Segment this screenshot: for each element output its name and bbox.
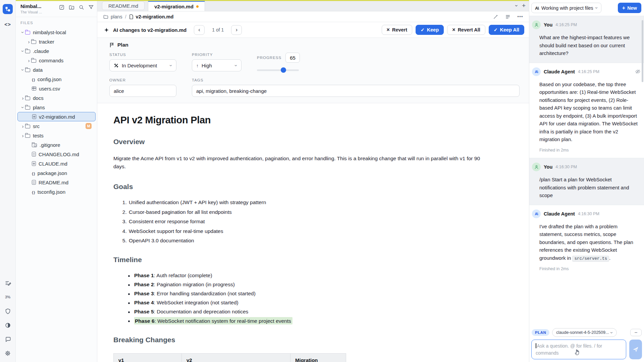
inline-code: src/server.ts xyxy=(572,256,609,262)
tree-item-tsconfig[interactable]: tsconfig.json xyxy=(16,187,97,196)
next-change-button[interactable] xyxy=(231,25,242,35)
new-file-icon[interactable] xyxy=(59,5,64,10)
new-tab-icon[interactable] xyxy=(522,2,526,9)
tree-item-commands[interactable]: commands xyxy=(16,56,97,65)
usage-indicator[interactable]: 3% xyxy=(4,293,12,301)
send-button[interactable] xyxy=(629,340,642,359)
folder-icon xyxy=(25,106,30,110)
plan-metadata-panel: Plan STATUS In Development PRIORITY High xyxy=(97,38,529,103)
code-view-icon[interactable] xyxy=(4,20,12,28)
goal-item: WebSocket support for real-time updates xyxy=(128,228,492,234)
tab-readme[interactable]: README.md xyxy=(102,1,145,10)
chevron-down-icon[interactable] xyxy=(20,67,25,73)
user-avatar xyxy=(532,20,541,29)
tree-item-users-csv[interactable]: users.csv xyxy=(16,84,97,93)
slider-thumb[interactable] xyxy=(281,67,286,73)
input-row: Ask a question. @ for files. / for comma… xyxy=(531,340,642,359)
search-icon[interactable] xyxy=(79,5,84,10)
theme-toggle-icon[interactable] xyxy=(4,321,12,329)
new-chat-button[interactable]: New xyxy=(618,3,641,13)
chevron-down-icon[interactable] xyxy=(20,48,25,54)
status-field: STATUS In Development xyxy=(109,53,176,71)
outline-icon[interactable] xyxy=(505,14,511,19)
progress-label: PROGRESS xyxy=(257,56,281,60)
slider-track[interactable] xyxy=(257,69,299,71)
activity-log-icon[interactable] xyxy=(4,279,12,287)
tree-item-readme[interactable]: README.md xyxy=(16,178,97,187)
revert-all-button[interactable]: Revert All xyxy=(447,25,485,35)
revert-button[interactable]: Revert xyxy=(382,25,412,35)
more-options-icon[interactable] xyxy=(517,13,523,20)
document-view[interactable]: API v2 Migration Plan Overview Migrate t… xyxy=(97,103,529,362)
x-icon xyxy=(387,27,390,33)
send-icon xyxy=(633,347,639,352)
shield-icon[interactable] xyxy=(4,307,12,315)
owner-input[interactable] xyxy=(109,85,176,97)
app-logo[interactable] xyxy=(3,4,13,14)
composer-more-button[interactable]: -- xyxy=(630,329,642,336)
status-select[interactable]: In Development xyxy=(109,59,176,71)
phase-item: Phase 3: Error handling standardization … xyxy=(128,291,492,297)
phase-item-ai-added: Phase 6: WebSocket notification system f… xyxy=(128,318,492,324)
chat-input[interactable]: Ask a question. @ for files. / for comma… xyxy=(531,340,626,359)
gear-icon[interactable] xyxy=(4,349,12,357)
markdown-file-icon xyxy=(32,114,36,119)
filter-icon[interactable] xyxy=(89,5,94,10)
chat-bubble-icon[interactable] xyxy=(4,335,12,343)
agent-message: Claude Agent 4:16:30 PM I've drafted the… xyxy=(529,205,644,277)
magic-edit-icon[interactable] xyxy=(493,14,498,19)
tree-item-docs[interactable]: docs xyxy=(16,93,97,103)
breadcrumb-file[interactable]: v2-migration.md xyxy=(129,14,174,19)
tab-v2-migration[interactable]: v2-migration.md xyxy=(148,1,205,11)
tags-input[interactable] xyxy=(192,85,520,97)
tree-item-tests[interactable]: tests xyxy=(16,131,97,140)
chevron-down-icon[interactable] xyxy=(20,29,25,35)
keep-all-button[interactable]: Keep All xyxy=(489,25,524,35)
session-selector[interactable]: Working with project files xyxy=(531,3,601,13)
tree-item-claude-md[interactable]: CLAUDE.md xyxy=(16,159,97,168)
new-folder-icon[interactable] xyxy=(69,5,74,10)
tree-item-gitignore[interactable]: .gitignore xyxy=(16,140,97,149)
message-time: 4:16:30 PM xyxy=(578,212,599,216)
tree-item-data[interactable]: data xyxy=(16,65,97,74)
tab-list-chevron-icon[interactable] xyxy=(516,3,517,9)
chat-messages[interactable]: You 4:16:25 PM What are the highest-impa… xyxy=(529,16,644,362)
tree-item-claude-folder[interactable]: .claude xyxy=(16,46,97,56)
tree-item-changelog[interactable]: CHANGELOG.md xyxy=(16,149,97,159)
json-file-icon xyxy=(32,76,35,82)
tree-item-plans[interactable]: plans xyxy=(16,103,97,112)
priority-field: PRIORITY High xyxy=(192,53,241,71)
chevron-right-icon[interactable] xyxy=(20,123,25,129)
tree-item-src[interactable]: srcM xyxy=(16,121,97,131)
progress-value-box[interactable]: 65 xyxy=(285,53,300,63)
priority-select[interactable]: High xyxy=(192,59,241,71)
tree-item-package-json[interactable]: package.json xyxy=(16,168,97,178)
breadcrumb-folder[interactable]: plans xyxy=(103,14,122,19)
workspace-name: Nimbal... xyxy=(20,3,42,9)
progress-slider[interactable] xyxy=(257,67,299,73)
workspace-info[interactable]: Nimbal... The Visual ... xyxy=(20,3,42,14)
tree-item-config-json[interactable]: config.json xyxy=(16,74,97,84)
change-counter: 1 of 1 xyxy=(212,27,224,33)
scrollbar-thumb[interactable] xyxy=(642,20,643,82)
tree-item-nimbalyst-local[interactable]: nimbalyst-local xyxy=(16,27,97,37)
model-selector[interactable]: claude-sonnet-4-5-202509... xyxy=(552,328,617,337)
chevron-right-icon[interactable] xyxy=(20,95,25,101)
prev-change-button[interactable] xyxy=(194,25,205,35)
person-icon xyxy=(534,22,539,27)
chevron-right-icon[interactable] xyxy=(20,133,25,138)
tree-item-v2-migration[interactable]: v2-migration.md xyxy=(17,112,96,121)
chat-header: Working with project files New xyxy=(529,0,644,16)
chevron-right-icon[interactable] xyxy=(26,58,31,63)
app-window: 3% Nimbal... The Visu xyxy=(0,0,644,362)
chevron-right-icon[interactable] xyxy=(26,39,31,45)
tree-item-tracker[interactable]: tracker xyxy=(16,37,97,46)
keep-button[interactable]: Keep xyxy=(416,25,444,35)
message-author: Claude Agent xyxy=(544,69,575,74)
plan-panel-title: Plan xyxy=(109,42,520,48)
flowchart-icon xyxy=(5,6,11,12)
input-placeholder: Ask a question. @ for files. / for comma… xyxy=(536,343,602,355)
mode-badge[interactable]: PLAN xyxy=(532,329,549,336)
eye-off-icon[interactable] xyxy=(635,69,641,74)
chevron-down-icon[interactable] xyxy=(20,105,25,110)
